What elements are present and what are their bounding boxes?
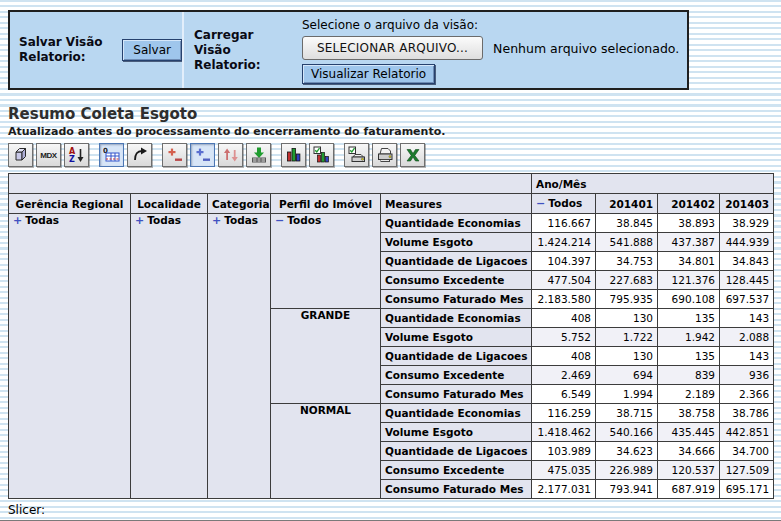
drill-member-button[interactable] (162, 143, 187, 167)
value-cell: 104.397 (532, 252, 596, 271)
measure-label: Consumo Faturado Mes (381, 290, 532, 309)
bar-chart-config-icon (313, 146, 331, 164)
expand-icon[interactable]: + (212, 214, 221, 227)
value-cell: 2.469 (532, 366, 596, 385)
measure-label: Quantidade Economias (381, 214, 532, 233)
collapse-icon[interactable]: − (536, 197, 545, 210)
chart-config-button[interactable] (309, 143, 334, 167)
load-view-label: Carregar Visão Relatorio: (194, 28, 294, 73)
value-cell: 5.752 (532, 328, 596, 347)
print-config-button[interactable] (344, 143, 369, 167)
column-member-201402: 201402 (658, 194, 720, 214)
column-member-201401: 201401 (596, 194, 658, 214)
measure-label: Volume Esgoto (381, 423, 532, 442)
arrows-up-down-icon (222, 146, 240, 164)
value-cell: 477.504 (532, 271, 596, 290)
table-row: +Todas+Todas+Todas−TodosQuantidade Econo… (9, 214, 774, 233)
collapse-icon[interactable]: − (275, 214, 284, 227)
view-report-button[interactable]: Visualizar Relatorio (302, 64, 435, 84)
printer-icon (376, 146, 394, 164)
value-cell: 34.843 (720, 252, 774, 271)
value-cell: 1.942 (658, 328, 720, 347)
column-header-gerencia-regional: Gerência Regional (9, 194, 131, 214)
member-label: Todas (147, 214, 181, 226)
page-title: Resumo Coleta Esgoto (8, 105, 781, 123)
measure-label: Consumo Faturado Mes (381, 480, 532, 499)
value-cell: 143 (720, 347, 774, 366)
pivot-table-body: +Todas+Todas+Todas−TodosQuantidade Econo… (9, 214, 774, 499)
column-header-categoria: Categoria (208, 194, 271, 214)
file-prompt-label: Selecione o arquivo da visão: (302, 18, 679, 32)
value-cell: 690.108 (658, 290, 720, 309)
row-member-categoria: +Todas (208, 214, 271, 499)
measure-label: Quantidade de Ligacoes (381, 347, 532, 366)
value-cell: 687.919 (658, 480, 720, 499)
value-cell: 34.666 (658, 442, 720, 461)
value-cell: 475.035 (532, 461, 596, 480)
value-cell: 1.424.214 (532, 233, 596, 252)
column-member-201403: 201403 (720, 194, 774, 214)
value-cell: 38.758 (658, 404, 720, 423)
column-axis-header: Ano/Mês (532, 174, 774, 194)
value-cell: 127.509 (720, 461, 774, 480)
print-button[interactable] (372, 143, 397, 167)
mdx-button[interactable]: MDX (36, 143, 61, 167)
excel-export-button[interactable] (400, 143, 425, 167)
value-cell: 38.893 (658, 214, 720, 233)
select-file-button[interactable]: SELECIONAR ARQUIVO... (302, 36, 483, 60)
value-cell: 38.715 (596, 404, 658, 423)
page: Salvar Visão Relatorio: Salvar Carregar … (0, 0, 781, 521)
expand-icon[interactable]: + (13, 214, 22, 227)
value-cell: 38.845 (596, 214, 658, 233)
value-cell: 697.537 (720, 290, 774, 309)
drill-through-button[interactable] (246, 143, 271, 167)
value-cell: 135 (658, 347, 720, 366)
value-cell: 130 (596, 347, 658, 366)
profile-member-normal: NORMAL (271, 404, 381, 499)
cube-button[interactable] (8, 143, 33, 167)
show-empty-toggle[interactable]: 0 (99, 143, 124, 167)
value-cell: 444.939 (720, 233, 774, 252)
grid-zero-icon: 0 (103, 146, 121, 164)
plus-minus-blue-icon (194, 146, 212, 164)
file-select-area: Selecione o arquivo da visão: SELECIONAR… (302, 16, 679, 84)
measure-label: Volume Esgoto (381, 233, 532, 252)
member-label: NORMAL (300, 404, 351, 416)
slicer-label: Slicer: (8, 503, 781, 517)
measure-label: Consumo Excedente (381, 271, 532, 290)
value-cell: 38.929 (720, 214, 774, 233)
value-cell: 795.935 (596, 290, 658, 309)
value-cell: 120.537 (658, 461, 720, 480)
value-cell: 227.683 (596, 271, 658, 290)
value-cell: 2.177.031 (532, 480, 596, 499)
member-label: Todas (25, 214, 59, 226)
report-view-panel: Salvar Visão Relatorio: Salvar Carregar … (8, 10, 689, 90)
value-cell: 34.623 (596, 442, 658, 461)
measure-label: Quantidade de Ligacoes (381, 442, 532, 461)
drill-replace-button[interactable] (218, 143, 243, 167)
bar-chart-icon (285, 146, 303, 164)
expand-icon[interactable]: + (135, 214, 144, 227)
chart-button[interactable] (281, 143, 306, 167)
row-member-gerencia-regional: +Todas (9, 214, 131, 499)
value-cell: 38.786 (720, 404, 774, 423)
value-cell: 541.888 (596, 233, 658, 252)
sort-az-button[interactable]: AZ (64, 143, 89, 167)
load-view-section: Carregar Visão Relatorio: Selecione o ar… (182, 12, 687, 88)
value-cell: 408 (532, 309, 596, 328)
value-cell: 128.445 (720, 271, 774, 290)
measure-label: Consumo Excedente (381, 366, 532, 385)
profile-member-grande: GRANDE (271, 309, 381, 404)
save-button[interactable]: Salvar (122, 39, 182, 61)
value-cell: 695.171 (720, 480, 774, 499)
corner-cell (9, 174, 532, 194)
value-cell: 121.376 (658, 271, 720, 290)
page-subtitle: Atualizado antes do processamento do enc… (8, 125, 781, 138)
value-cell: 103.989 (532, 442, 596, 461)
value-cell: 2.183.580 (532, 290, 596, 309)
drill-position-button[interactable] (190, 143, 215, 167)
toolbar: MDXAZ0 (8, 142, 781, 168)
value-cell: 437.387 (658, 233, 720, 252)
swap-axes-button[interactable] (127, 143, 152, 167)
measure-label: Consumo Excedente (381, 461, 532, 480)
